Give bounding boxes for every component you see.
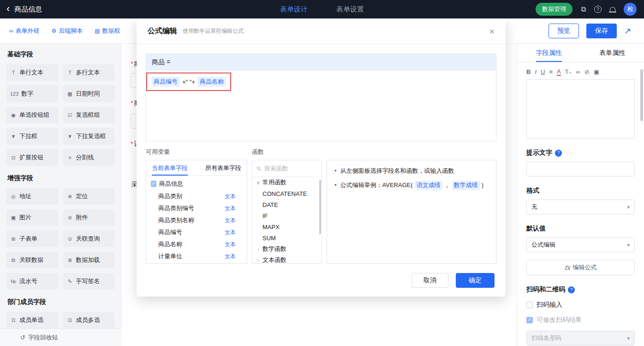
field-item-subform[interactable]: ⊞子表单 <box>6 231 58 247</box>
hint-help-icon[interactable]: ? <box>555 150 562 157</box>
property-body: B I U ≡ A T₊ ∞ ⊘ ▣ 提示文字 ? 格式 无 ▾ 默认值 公式编… <box>517 62 644 346</box>
confirm-button[interactable]: 确定 <box>456 273 495 288</box>
property-tabs: 字段属性 表单属性 <box>517 44 644 62</box>
modal-footer: 取消 确定 <box>137 264 506 297</box>
tab-form-properties[interactable]: 表单属性 <box>581 44 644 62</box>
required-asterisk: * <box>131 140 133 147</box>
field-item-dropdown[interactable]: ▼下拉框 <box>6 128 58 145</box>
function-item[interactable]: DATE <box>252 199 322 210</box>
field-item-single-text[interactable]: T单行文本 <box>6 64 58 81</box>
text-icon: T <box>67 70 73 75</box>
default-value-select[interactable]: 公式编辑 ▾ <box>526 237 635 252</box>
data-manage-button[interactable]: 数据管理 <box>536 3 572 16</box>
function-group-common[interactable]: ∨常用函数 <box>252 177 322 188</box>
tab-form-settings[interactable]: 表单设置 <box>336 5 364 14</box>
variable-row[interactable]: 计量单位文本 <box>146 250 247 262</box>
field-item-member-multi[interactable]: Ω成员多选 <box>63 312 115 328</box>
link-icon[interactable]: ∞ <box>576 68 580 75</box>
variable-row[interactable]: 商品类别名称文本 <box>146 214 247 226</box>
underline-icon[interactable]: U <box>541 68 545 75</box>
form-external-link-button[interactable]: ∞ 表单外链 <box>9 27 40 35</box>
formula-editor[interactable]: 商品编号 +" "+ 商品名称 <box>146 71 496 141</box>
italic-icon[interactable]: I <box>535 68 537 75</box>
field-item-data-load[interactable]: ≣数据加载 <box>63 252 115 268</box>
scan-section-label: 扫码和二维码 ? <box>526 285 635 294</box>
function-item[interactable]: CONCATENATE <box>252 188 322 199</box>
variables-panel: 当前表单字段 所有表单字段 商品信息 商品类别文本 商品类别编号文本 商品类别名… <box>146 160 247 264</box>
field-item-dropdown-multi[interactable]: ▼下拉复选框 <box>63 128 115 145</box>
panel-scrollbar[interactable] <box>640 69 643 121</box>
tab-form-design[interactable]: 表单设计 <box>280 5 308 14</box>
tab-current-form-fields[interactable]: 当前表单字段 <box>152 160 188 176</box>
font-color-icon[interactable]: A <box>557 68 561 76</box>
field-item-attachment[interactable]: ⊘附件 <box>63 209 115 226</box>
function-item[interactable]: IF <box>252 210 322 221</box>
field-item-radio-group[interactable]: ◉单选按钮组 <box>6 107 58 123</box>
formula-field-token[interactable]: 商品名称 <box>197 77 226 87</box>
variable-row[interactable]: 商品类别文本 <box>146 190 247 202</box>
notification-bell-icon[interactable] <box>610 7 615 12</box>
field-item-divider[interactable]: ≡分割线 <box>63 149 115 166</box>
scan-input-checkbox-row[interactable]: 扫码输入 <box>526 301 635 309</box>
field-item-address[interactable]: ◎地址 <box>6 188 58 205</box>
topbar-tabs: 表单设计 表单设置 <box>280 5 364 14</box>
edit-formula-button[interactable]: fx 编辑公式 <box>526 260 635 275</box>
workspace-switch-icon[interactable]: ⧉ <box>581 5 586 13</box>
avatar[interactable]: 检 <box>624 3 637 16</box>
field-item-extend-button[interactable]: ⊡扩展按钮 <box>6 149 58 166</box>
field-item-signature[interactable]: ✎手写签名 <box>63 273 115 290</box>
tab-all-form-fields[interactable]: 所有表单字段 <box>205 160 241 176</box>
calendar-icon: ▦ <box>67 91 73 97</box>
field-recycle-bin[interactable]: ↺ 字段回收站 <box>0 328 121 346</box>
field-item-multi-text[interactable]: T多行文本 <box>63 64 115 81</box>
field-item-serial-number[interactable]: №流水号 <box>6 273 58 290</box>
functions-panel: ∨常用函数 CONCATENATE DATE IF MAPX SUM ›数学函数… <box>252 160 322 264</box>
function-group-math[interactable]: ›数学函数 <box>252 243 322 255</box>
share-icon[interactable]: ↗ <box>624 26 631 36</box>
modify-scan-result-checkbox-row[interactable]: 可修改扫码结果 <box>526 316 635 324</box>
attachment-icon: ⊘ <box>67 215 73 221</box>
cancel-button[interactable]: 取消 <box>411 273 448 288</box>
function-search-input[interactable] <box>264 165 318 172</box>
modal-body: 商品 = 商品编号 +" "+ 商品名称 可用变量 函数 当前表单字段 所有表单… <box>137 44 506 264</box>
variable-root-node[interactable]: 商品信息 <box>146 176 247 190</box>
function-item[interactable]: SUM <box>252 232 322 243</box>
insert-image-icon[interactable]: ▣ <box>594 68 599 75</box>
scan-help-icon[interactable]: ? <box>568 286 575 293</box>
formula-field-token[interactable]: 商品编号 <box>151 77 180 87</box>
align-icon[interactable]: ≡ <box>549 68 553 75</box>
bullet-icon: • <box>334 181 337 190</box>
preview-button[interactable]: 预览 <box>549 24 579 38</box>
field-item-location[interactable]: ⊕定位 <box>63 188 115 205</box>
related-query-icon: ⊙ <box>67 236 73 242</box>
checkbox-checked-icon[interactable] <box>526 317 533 323</box>
variable-row[interactable]: 商品编号文本 <box>146 226 247 238</box>
hint-text-input[interactable] <box>526 162 635 176</box>
save-button[interactable]: 保存 <box>586 24 617 38</box>
field-item-related-data[interactable]: ⧉关联数据 <box>6 252 58 268</box>
variable-row[interactable]: 商品名称文本 <box>146 238 247 250</box>
back-icon[interactable]: ‹ <box>6 4 10 14</box>
data-permission-button[interactable]: ▤ 数据权 <box>95 27 120 35</box>
field-item-image[interactable]: ▣图片 <box>6 209 58 226</box>
backend-script-button[interactable]: ⚙ 后端脚本 <box>52 27 83 35</box>
checkbox-unchecked-icon[interactable] <box>526 302 533 308</box>
field-item-checkbox-group[interactable]: ☑复选框组 <box>63 107 115 123</box>
functions-scrollbar[interactable] <box>319 180 321 234</box>
variable-row[interactable]: 商品类别编号文本 <box>146 202 247 214</box>
variables-tabs: 当前表单字段 所有表单字段 <box>146 160 247 176</box>
field-item-member-single[interactable]: Ω成员单选 <box>6 312 58 328</box>
function-group-text[interactable]: ›文本函数 <box>252 255 322 264</box>
font-size-icon[interactable]: T₊ <box>565 68 572 75</box>
format-select[interactable]: 无 ▾ <box>526 200 635 214</box>
field-title-editor[interactable] <box>526 79 635 139</box>
function-item[interactable]: MAPX <box>252 221 322 232</box>
field-item-related-query[interactable]: ⊙关联查询 <box>63 231 115 247</box>
tab-field-properties[interactable]: 字段属性 <box>517 44 581 62</box>
clear-format-icon[interactable]: ⊘ <box>584 68 590 75</box>
help-icon[interactable]: ? <box>594 6 602 13</box>
close-icon[interactable]: × <box>489 27 495 36</box>
bold-icon[interactable]: B <box>526 68 531 75</box>
field-item-number[interactable]: 123数字 <box>6 85 58 102</box>
field-item-datetime[interactable]: ▦日期时间 <box>63 85 115 102</box>
